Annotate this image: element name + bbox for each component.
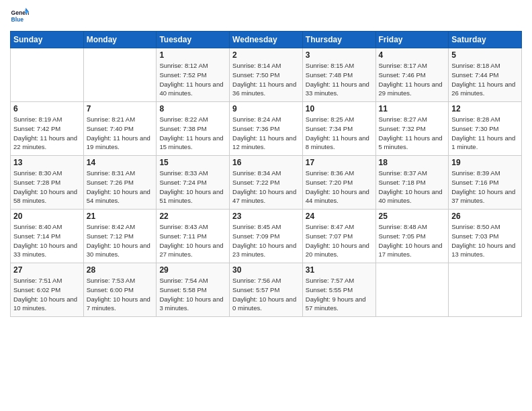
calendar-table: Sunday Monday Tuesday Wednesday Thursday… bbox=[10, 31, 522, 317]
day-info: Sunrise: 8:37 AMSunset: 7:18 PMDaylight:… bbox=[379, 169, 446, 205]
day-info: Sunrise: 8:21 AMSunset: 7:40 PMDaylight:… bbox=[87, 115, 154, 152]
day-number: 15 bbox=[159, 158, 226, 167]
col-sunday: Sunday bbox=[11, 32, 84, 48]
day-info: Sunrise: 8:31 AMSunset: 7:26 PMDaylight:… bbox=[87, 169, 154, 205]
day-info: Sunrise: 8:30 AMSunset: 7:28 PMDaylight:… bbox=[13, 169, 81, 205]
day-number: 13 bbox=[13, 158, 81, 167]
col-thursday: Thursday bbox=[302, 32, 375, 48]
day-number: 12 bbox=[451, 104, 519, 113]
day-info: Sunrise: 8:47 AMSunset: 7:07 PMDaylight:… bbox=[306, 222, 373, 259]
calendar-week-row: 1Sunrise: 8:12 AMSunset: 7:52 PMDaylight… bbox=[11, 48, 522, 102]
table-row: 29Sunrise: 7:54 AMSunset: 5:58 PMDayligh… bbox=[157, 263, 230, 317]
calendar-week-row: 27Sunrise: 7:51 AMSunset: 6:02 PMDayligh… bbox=[11, 263, 522, 317]
calendar-week-row: 13Sunrise: 8:30 AMSunset: 7:28 PMDayligh… bbox=[11, 156, 522, 210]
day-info: Sunrise: 8:17 AMSunset: 7:46 PMDaylight:… bbox=[379, 61, 446, 98]
day-number: 19 bbox=[451, 158, 519, 167]
table-row: 12Sunrise: 8:28 AMSunset: 7:30 PMDayligh… bbox=[449, 102, 522, 156]
day-number: 9 bbox=[232, 104, 300, 113]
table-row: 13Sunrise: 8:30 AMSunset: 7:28 PMDayligh… bbox=[11, 156, 84, 210]
day-number: 4 bbox=[379, 50, 446, 60]
table-row: 22Sunrise: 8:43 AMSunset: 7:11 PMDayligh… bbox=[157, 210, 230, 263]
table-row: 26Sunrise: 8:50 AMSunset: 7:03 PMDayligh… bbox=[449, 210, 522, 263]
table-row: 3Sunrise: 8:15 AMSunset: 7:48 PMDaylight… bbox=[302, 48, 375, 102]
day-info: Sunrise: 8:39 AMSunset: 7:16 PMDaylight:… bbox=[451, 169, 519, 205]
day-number: 10 bbox=[306, 104, 373, 113]
day-number: 28 bbox=[87, 265, 154, 275]
day-info: Sunrise: 8:50 AMSunset: 7:03 PMDaylight:… bbox=[451, 222, 519, 259]
table-row: 18Sunrise: 8:37 AMSunset: 7:18 PMDayligh… bbox=[375, 156, 449, 210]
calendar-page: General Blue Sunday Monday Tuesday bbox=[0, 0, 532, 411]
table-row: 8Sunrise: 8:22 AMSunset: 7:38 PMDaylight… bbox=[157, 102, 230, 156]
day-number: 31 bbox=[306, 265, 373, 275]
day-info: Sunrise: 8:24 AMSunset: 7:36 PMDaylight:… bbox=[232, 115, 300, 152]
day-info: Sunrise: 8:48 AMSunset: 7:05 PMDaylight:… bbox=[379, 222, 446, 259]
day-info: Sunrise: 8:36 AMSunset: 7:20 PMDaylight:… bbox=[306, 169, 373, 205]
day-info: Sunrise: 8:45 AMSunset: 7:09 PMDaylight:… bbox=[232, 222, 300, 259]
day-number: 20 bbox=[13, 212, 81, 221]
table-row: 4Sunrise: 8:17 AMSunset: 7:46 PMDaylight… bbox=[375, 48, 449, 102]
day-number: 25 bbox=[379, 212, 446, 221]
col-friday: Friday bbox=[375, 32, 449, 48]
svg-text:Blue: Blue bbox=[11, 16, 24, 23]
table-row bbox=[375, 263, 449, 317]
table-row: 1Sunrise: 8:12 AMSunset: 7:52 PMDaylight… bbox=[157, 48, 230, 102]
day-info: Sunrise: 8:27 AMSunset: 7:32 PMDaylight:… bbox=[379, 115, 446, 152]
day-info: Sunrise: 8:28 AMSunset: 7:30 PMDaylight:… bbox=[451, 115, 519, 152]
day-number: 5 bbox=[451, 50, 519, 60]
day-number: 7 bbox=[87, 104, 154, 113]
day-info: Sunrise: 8:14 AMSunset: 7:50 PMDaylight:… bbox=[232, 61, 300, 98]
table-row: 6Sunrise: 8:19 AMSunset: 7:42 PMDaylight… bbox=[11, 102, 84, 156]
table-row: 25Sunrise: 8:48 AMSunset: 7:05 PMDayligh… bbox=[375, 210, 449, 263]
day-number: 16 bbox=[232, 158, 300, 167]
table-row: 9Sunrise: 8:24 AMSunset: 7:36 PMDaylight… bbox=[230, 102, 303, 156]
day-info: Sunrise: 7:54 AMSunset: 5:58 PMDaylight:… bbox=[159, 276, 226, 313]
day-number: 17 bbox=[306, 158, 373, 167]
table-row: 15Sunrise: 8:33 AMSunset: 7:24 PMDayligh… bbox=[157, 156, 230, 210]
table-row: 21Sunrise: 8:42 AMSunset: 7:12 PMDayligh… bbox=[83, 210, 157, 263]
day-info: Sunrise: 8:15 AMSunset: 7:48 PMDaylight:… bbox=[306, 61, 373, 98]
table-row: 16Sunrise: 8:34 AMSunset: 7:22 PMDayligh… bbox=[230, 156, 303, 210]
day-number: 30 bbox=[232, 265, 300, 275]
day-number: 18 bbox=[379, 158, 446, 167]
table-row: 19Sunrise: 8:39 AMSunset: 7:16 PMDayligh… bbox=[449, 156, 522, 210]
day-number: 3 bbox=[306, 50, 373, 60]
day-info: Sunrise: 8:42 AMSunset: 7:12 PMDaylight:… bbox=[87, 222, 154, 259]
day-info: Sunrise: 8:34 AMSunset: 7:22 PMDaylight:… bbox=[232, 169, 300, 205]
table-row: 27Sunrise: 7:51 AMSunset: 6:02 PMDayligh… bbox=[11, 263, 84, 317]
col-monday: Monday bbox=[83, 32, 157, 48]
day-number: 23 bbox=[232, 212, 300, 221]
col-tuesday: Tuesday bbox=[157, 32, 230, 48]
day-number: 22 bbox=[159, 212, 226, 221]
table-row: 17Sunrise: 8:36 AMSunset: 7:20 PMDayligh… bbox=[302, 156, 375, 210]
day-info: Sunrise: 8:18 AMSunset: 7:44 PMDaylight:… bbox=[451, 61, 519, 98]
table-row: 28Sunrise: 7:53 AMSunset: 6:00 PMDayligh… bbox=[83, 263, 157, 317]
calendar-week-row: 6Sunrise: 8:19 AMSunset: 7:42 PMDaylight… bbox=[11, 102, 522, 156]
table-row: 10Sunrise: 8:25 AMSunset: 7:34 PMDayligh… bbox=[302, 102, 375, 156]
table-row: 7Sunrise: 8:21 AMSunset: 7:40 PMDaylight… bbox=[83, 102, 157, 156]
logo-icon: General Blue bbox=[10, 7, 29, 26]
day-number: 14 bbox=[87, 158, 154, 167]
col-saturday: Saturday bbox=[449, 32, 522, 48]
day-number: 24 bbox=[306, 212, 373, 221]
table-row: 24Sunrise: 8:47 AMSunset: 7:07 PMDayligh… bbox=[302, 210, 375, 263]
day-info: Sunrise: 8:40 AMSunset: 7:14 PMDaylight:… bbox=[13, 222, 81, 259]
day-info: Sunrise: 8:43 AMSunset: 7:11 PMDaylight:… bbox=[159, 222, 226, 259]
day-info: Sunrise: 8:33 AMSunset: 7:24 PMDaylight:… bbox=[159, 169, 226, 205]
day-number: 11 bbox=[379, 104, 446, 113]
day-info: Sunrise: 7:51 AMSunset: 6:02 PMDaylight:… bbox=[13, 276, 81, 313]
day-info: Sunrise: 8:25 AMSunset: 7:34 PMDaylight:… bbox=[306, 115, 373, 152]
day-info: Sunrise: 8:19 AMSunset: 7:42 PMDaylight:… bbox=[13, 115, 81, 152]
table-row: 20Sunrise: 8:40 AMSunset: 7:14 PMDayligh… bbox=[11, 210, 84, 263]
table-row: 2Sunrise: 8:14 AMSunset: 7:50 PMDaylight… bbox=[230, 48, 303, 102]
day-number: 21 bbox=[87, 212, 154, 221]
day-info: Sunrise: 8:12 AMSunset: 7:52 PMDaylight:… bbox=[159, 61, 226, 98]
day-info: Sunrise: 8:22 AMSunset: 7:38 PMDaylight:… bbox=[159, 115, 226, 152]
table-row: 11Sunrise: 8:27 AMSunset: 7:32 PMDayligh… bbox=[375, 102, 449, 156]
table-row: 14Sunrise: 8:31 AMSunset: 7:26 PMDayligh… bbox=[83, 156, 157, 210]
day-info: Sunrise: 7:53 AMSunset: 6:00 PMDaylight:… bbox=[87, 276, 154, 313]
header: General Blue bbox=[10, 7, 522, 26]
logo: General Blue bbox=[10, 7, 30, 26]
day-info: Sunrise: 7:57 AMSunset: 5:55 PMDaylight:… bbox=[306, 276, 373, 313]
col-wednesday: Wednesday bbox=[230, 32, 303, 48]
table-row bbox=[83, 48, 157, 102]
